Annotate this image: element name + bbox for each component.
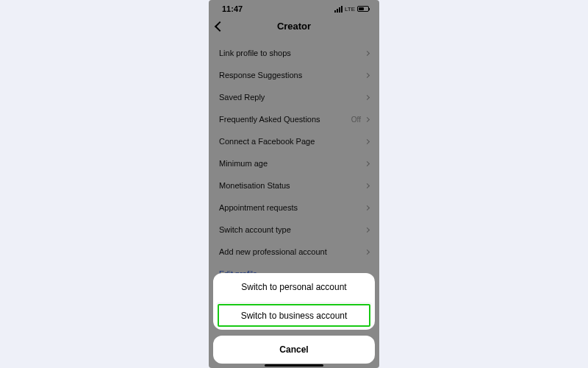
action-sheet: Switch to personal account Switch to bus… <box>213 273 375 364</box>
option-switch-personal[interactable]: Switch to personal account <box>213 273 375 301</box>
home-indicator[interactable] <box>265 364 323 367</box>
phone-frame: 11:47 LTE Creator Link profile to shops … <box>209 0 379 368</box>
action-sheet-options: Switch to personal account Switch to bus… <box>213 273 375 330</box>
option-label: Switch to personal account <box>241 282 346 292</box>
option-switch-business[interactable]: Switch to business account <box>216 302 372 328</box>
option-label: Switch to business account <box>241 311 348 321</box>
cancel-label: Cancel <box>279 344 308 355</box>
cancel-button[interactable]: Cancel <box>213 336 375 364</box>
